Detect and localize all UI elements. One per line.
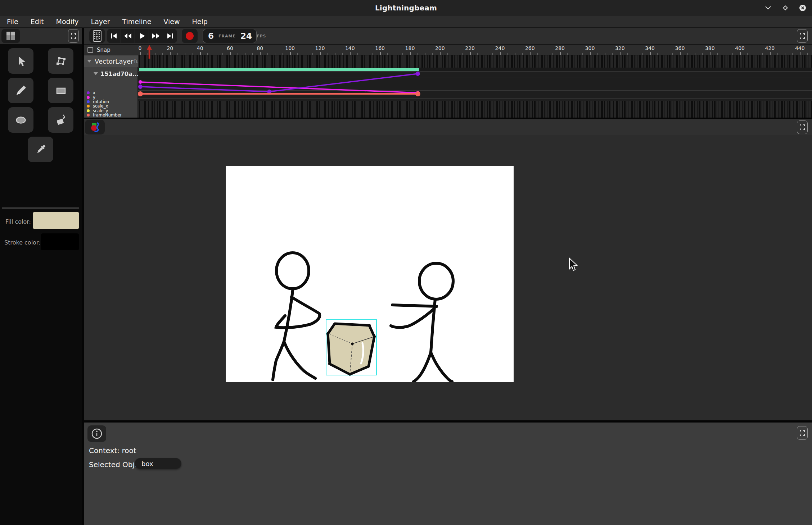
timeline-property-scale_x[interactable]: scale_x	[84, 104, 138, 108]
fast-forward-icon	[152, 32, 160, 40]
menu-timeline[interactable]: Timeline	[116, 18, 158, 26]
frame-fps-display: 6 FRAME 24 FPS	[203, 29, 257, 43]
ruler-minor-tick	[447, 53, 448, 55]
ruler-major-tick	[320, 52, 321, 55]
timeline-expand-button[interactable]	[797, 29, 808, 43]
selected-object-field[interactable]: box	[135, 458, 181, 469]
fps-value[interactable]: 24	[240, 31, 252, 41]
timeline-property-frameNumber[interactable]: frameNumber	[84, 113, 138, 117]
grid-view-button[interactable]	[1, 29, 20, 43]
layer-clip-bar[interactable]	[139, 68, 419, 71]
menu-help[interactable]: Help	[186, 18, 213, 26]
timeline-property-y[interactable]: y	[84, 95, 138, 99]
stroke-color-swatch[interactable]	[41, 233, 79, 250]
window-controls	[764, 0, 806, 16]
fast-forward-button[interactable]	[149, 29, 163, 43]
minimize-button[interactable]	[764, 4, 772, 12]
stick-figure-left[interactable]	[273, 253, 320, 380]
menu-modify[interactable]: Modify	[50, 18, 85, 26]
ruler-label: 240	[495, 45, 505, 51]
tool-eyedropper-button[interactable]	[28, 137, 53, 162]
skip-to-end-button[interactable]	[163, 29, 177, 43]
stage-tab-button[interactable]	[85, 120, 105, 134]
paint-bucket-icon	[54, 113, 68, 127]
keyframe-dot-frameNumber[interactable]	[138, 91, 143, 96]
timeline-property-scale_y[interactable]: scale_y	[84, 109, 138, 113]
tool-transform-button[interactable]	[48, 48, 73, 74]
skip-to-start-button[interactable]	[107, 29, 121, 43]
stage-panel[interactable]	[84, 119, 812, 420]
tool-select-button[interactable]	[8, 48, 33, 74]
ruler-label: 20	[167, 45, 173, 51]
stage-expand-button[interactable]	[797, 120, 808, 134]
inspector-expand-button[interactable]	[797, 426, 808, 440]
ruler-minor-tick	[702, 53, 703, 55]
box-object[interactable]	[326, 324, 376, 376]
ruler-label: 420	[765, 45, 775, 51]
menu-view[interactable]: View	[157, 18, 186, 26]
toolbox-expand-button[interactable]	[68, 29, 79, 43]
ruler-major-tick	[590, 52, 591, 55]
menu-file[interactable]: File	[1, 18, 24, 26]
ruler-major-tick	[740, 52, 741, 55]
timeline-panel: Snap 02040608010012014016018020022024026…	[84, 44, 812, 117]
ruler-minor-tick	[522, 53, 523, 55]
ruler-minor-tick	[807, 53, 808, 55]
menu-edit[interactable]: Edit	[24, 18, 50, 26]
playhead[interactable]	[147, 45, 152, 59]
timeline-property-x[interactable]: x	[84, 91, 138, 95]
snap-checkbox[interactable]	[87, 47, 93, 53]
tool-pencil-button[interactable]	[8, 78, 33, 103]
keyframe-dot-frameNumber[interactable]	[415, 91, 420, 96]
tool-rectangle-button[interactable]	[48, 78, 73, 103]
ruler-minor-tick	[537, 53, 538, 55]
expand-icon	[799, 124, 806, 131]
expand-icon	[799, 430, 806, 436]
ruler-minor-tick	[387, 53, 388, 55]
drawing-canvas[interactable]	[226, 166, 514, 382]
curve-y[interactable]	[140, 82, 418, 93]
current-frame-value[interactable]: 6	[208, 31, 214, 41]
play-button[interactable]	[135, 29, 149, 43]
ruler-minor-tick	[492, 53, 493, 55]
ruler-label: 140	[345, 45, 355, 51]
stick-figure-right[interactable]	[391, 263, 453, 382]
timeline-frames-area[interactable]	[138, 55, 812, 118]
ruler-label: 300	[585, 45, 595, 51]
fill-color-swatch[interactable]	[33, 212, 79, 229]
ruler-label: 340	[645, 45, 655, 51]
keyframe-dot-y[interactable]	[139, 80, 142, 84]
timeline-property-rotation[interactable]: rotation	[84, 100, 138, 104]
ruler-major-tick	[680, 52, 681, 55]
ruler-minor-tick	[582, 53, 583, 55]
record-button[interactable]	[182, 29, 198, 43]
layer-row-vectorlayer[interactable]: VectorLayer [L]	[84, 55, 138, 67]
ruler-minor-tick	[335, 53, 335, 55]
info-button[interactable]	[87, 425, 106, 442]
menu-layer[interactable]: Layer	[85, 18, 116, 26]
ruler-minor-tick	[342, 53, 343, 55]
tool-ellipse-button[interactable]	[8, 107, 33, 133]
ruler-label: 40	[197, 45, 203, 51]
close-button[interactable]	[799, 4, 806, 12]
ruler-major-tick	[530, 52, 531, 55]
rewind-button[interactable]	[121, 29, 135, 43]
tool-paint-bucket-button[interactable]	[48, 107, 73, 133]
film-export-button[interactable]	[89, 29, 105, 43]
collapse-triangle-icon[interactable]	[87, 60, 91, 63]
maximize-button[interactable]	[782, 4, 789, 12]
diamond-icon	[783, 6, 787, 10]
ruler-label: 120	[315, 45, 325, 51]
keyframe-dot-x[interactable]	[416, 72, 420, 76]
curve-x[interactable]	[140, 74, 418, 92]
ruler-minor-tick	[463, 53, 463, 55]
ruler-minor-tick	[597, 53, 598, 55]
property-color-dot	[87, 91, 90, 94]
layer-row-sublayer[interactable]: 151ad70a... ~	[84, 67, 138, 80]
keyframe-dot-x[interactable]	[138, 85, 143, 89]
timeline-ruler[interactable]: 0204060801001201401601802002202402602803…	[138, 45, 812, 55]
property-color-dot	[87, 105, 90, 108]
palette-divider	[2, 207, 79, 209]
collapse-triangle-icon[interactable]	[94, 72, 98, 75]
ruler-minor-tick	[635, 53, 635, 55]
